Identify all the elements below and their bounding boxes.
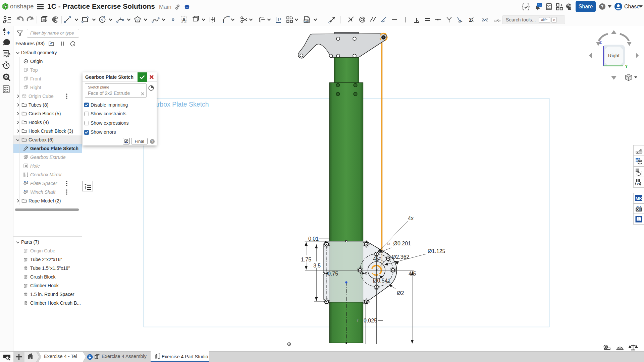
svg-text:1.75: 1.75 <box>301 257 311 262</box>
svg-text:f: f <box>357 318 359 323</box>
svg-text:3.5: 3.5 <box>313 263 321 268</box>
svg-text:0.025: 0.025 <box>364 318 377 323</box>
svg-text:Y: Y <box>625 64 628 69</box>
svg-text:Ø2: Ø2 <box>397 290 404 296</box>
svg-text:45°: 45° <box>373 256 381 262</box>
svg-text:Right: Right <box>608 53 620 58</box>
svg-text:0.01: 0.01 <box>308 236 319 242</box>
svg-text:x: x <box>637 182 639 186</box>
svg-text:Ø0.541: Ø0.541 <box>373 278 391 284</box>
svg-text:5: 5 <box>413 271 416 277</box>
svg-text:4x: 4x <box>408 216 414 221</box>
svg-text:Ø2.362: Ø2.362 <box>392 254 410 260</box>
svg-text:DXF: DXF <box>304 20 308 22</box>
svg-text:5: 5 <box>538 3 540 7</box>
svg-text:0.75: 0.75 <box>328 271 338 277</box>
svg-text:fx: fx <box>387 241 391 246</box>
svg-text:Ø0.201: Ø0.201 <box>393 241 411 246</box>
svg-text:4: 4 <box>409 271 412 277</box>
svg-text:A: A <box>182 17 186 22</box>
svg-text:Σ: Σ <box>469 17 472 23</box>
svg-text:Ø1.125: Ø1.125 <box>428 248 445 254</box>
svg-text:MK: MK <box>635 196 642 201</box>
